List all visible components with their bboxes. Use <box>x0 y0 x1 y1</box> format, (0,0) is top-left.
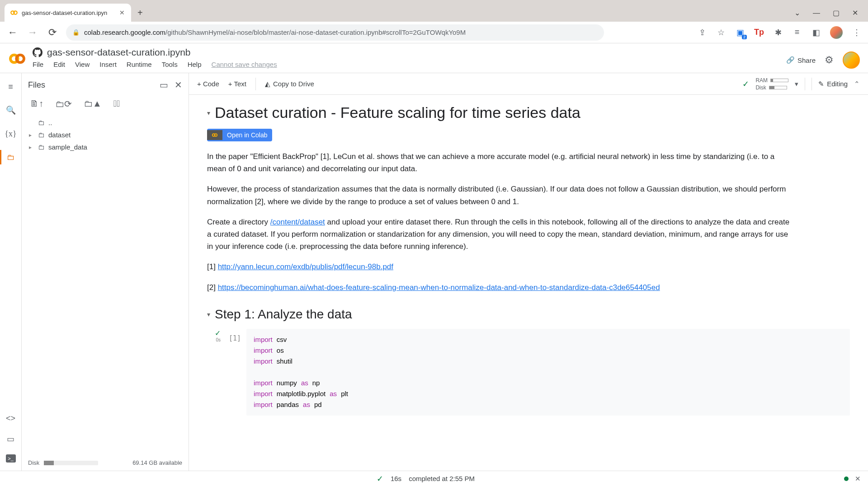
folder-icon: 🗀 <box>38 143 45 151</box>
side-panel-icon[interactable]: ◧ <box>811 28 821 37</box>
browser-tab[interactable]: gas-sensor-dataset-curation.ipyn ✕ <box>5 4 131 22</box>
collapse-header-icon[interactable]: ⌃ <box>854 80 860 88</box>
extensions-icon[interactable]: ✱ <box>773 28 783 37</box>
profile-avatar[interactable] <box>830 26 843 39</box>
chevron-right-icon: ▸ <box>29 144 34 150</box>
menu-tools[interactable]: Tools <box>162 61 178 68</box>
heading-1: Dataset curation - Feature scaling for t… <box>215 104 580 122</box>
editing-mode-button[interactable]: ✎ Editing <box>811 78 848 90</box>
resource-meter[interactable]: RAM Disk <box>755 77 788 91</box>
user-avatar[interactable] <box>843 51 860 69</box>
paragraph: However, the process of standarization a… <box>207 183 790 207</box>
svg-point-3 <box>16 55 24 63</box>
browser-tabstrip: gas-sensor-dataset-curation.ipyn ✕ + ⌄ —… <box>0 0 868 22</box>
collapse-section-icon[interactable]: ▾ <box>207 109 210 117</box>
collapse-section-icon[interactable]: ▾ <box>207 311 210 318</box>
tree-item-dataset[interactable]: ▸ 🗀 dataset <box>27 129 183 141</box>
colab-logo[interactable] <box>8 50 26 68</box>
files-panel: Files ▭ ✕ 🗎↑ 🗀⟳ 🗀▲ 👁̸ 🗀 .. ▸ 🗀 dataset <box>22 73 189 471</box>
status-close-icon[interactable]: ✕ <box>855 475 861 483</box>
url-field[interactable]: 🔒 colab.research.google.com/github/Shawn… <box>66 24 604 41</box>
tp-extension-icon[interactable]: Tp <box>754 28 764 37</box>
status-check-icon: ✓ <box>377 474 383 484</box>
connected-check-icon: ✓ <box>742 79 749 89</box>
copy-to-drive-button[interactable]: ◭ Copy to Drive <box>265 80 314 88</box>
disk-usage-bar <box>44 461 98 465</box>
menu-help[interactable]: Help <box>188 61 202 68</box>
share-button[interactable]: 🔗 Share <box>786 56 816 64</box>
heading-2: Step 1: Analyze the data <box>215 307 352 322</box>
mount-drive-icon[interactable]: 🗀▲ <box>84 98 102 109</box>
files-icon[interactable]: 🗀 <box>5 152 16 163</box>
notebook-scroll[interactable]: ▾ Dataset curation - Feature scaling for… <box>189 95 868 471</box>
command-palette-icon[interactable]: ▭ <box>5 434 16 444</box>
files-title: Files <box>28 80 45 90</box>
drive-icon: ◭ <box>265 80 270 88</box>
reading-list-icon[interactable]: ≡ <box>792 28 802 37</box>
notebook-toolbar: + Code + Text ◭ Copy to Drive ✓ RAM Disk… <box>189 73 868 95</box>
resource-dropdown-icon[interactable]: ▾ <box>795 80 798 88</box>
file-tree: 🗀 .. ▸ 🗀 dataset ▸ 🗀 sample_data <box>22 114 189 156</box>
menu-file[interactable]: File <box>33 61 43 68</box>
refresh-files-icon[interactable]: 🗀⟳ <box>55 98 72 109</box>
menu-runtime[interactable]: Runtime <box>127 61 152 68</box>
status-bar: ✓ 16s completed at 2:55 PM ✕ <box>0 471 868 486</box>
svg-point-5 <box>214 134 217 136</box>
extension-badge-icon[interactable]: ▣2 <box>735 28 745 37</box>
code-editor[interactable]: import csv import os import shutil impor… <box>246 329 850 416</box>
pencil-icon: ✎ <box>818 80 824 88</box>
close-window-icon[interactable]: ✕ <box>852 9 858 17</box>
forward-button[interactable]: → <box>26 27 39 38</box>
tree-parent[interactable]: 🗀 .. <box>27 117 183 129</box>
browser-menu-icon[interactable]: ⋮ <box>852 28 862 37</box>
share-page-icon[interactable]: ⇪ <box>697 28 707 37</box>
reference-link-1[interactable]: http://yann.lecun.com/exdb/publis/pdf/le… <box>218 262 393 271</box>
url-host: colab.research.google.com <box>84 28 165 36</box>
add-text-button[interactable]: + Text <box>228 80 246 88</box>
reference-link-2[interactable]: https://becominghuman.ai/what-does-featu… <box>218 283 660 292</box>
paragraph: Create a directory /content/dataset and … <box>207 216 790 253</box>
disk-available: 69.14 GB available <box>132 459 182 466</box>
text-cell[interactable]: ▾ Dataset curation - Feature scaling for… <box>198 104 850 322</box>
terminal-icon[interactable]: >_ <box>6 454 16 463</box>
settings-gear-icon[interactable]: ⚙ <box>825 54 834 66</box>
toggle-hidden-icon[interactable]: 👁̸ <box>113 98 120 109</box>
chevron-right-icon: ▸ <box>29 132 34 138</box>
menu-insert[interactable]: Insert <box>99 61 117 68</box>
back-button[interactable]: ← <box>6 27 19 38</box>
lock-icon: 🔒 <box>72 29 80 36</box>
maximize-icon[interactable]: ▢ <box>833 9 840 17</box>
reload-button[interactable]: ⟳ <box>46 27 59 38</box>
search-icon[interactable]: 🔍 <box>5 105 16 116</box>
menu-edit[interactable]: Edit <box>53 61 65 68</box>
reference-1: [1] http://yann.lecun.com/exdb/publis/pd… <box>207 261 790 273</box>
star-icon[interactable]: ☆ <box>716 28 726 37</box>
files-footer: Disk 69.14 GB available <box>22 455 189 471</box>
code-cell[interactable]: ✓ 0s [1] import csv import os import shu… <box>198 329 850 416</box>
add-code-button[interactable]: + Code <box>197 80 219 88</box>
close-panel-icon[interactable]: ✕ <box>175 79 182 90</box>
open-in-colab-badge[interactable]: Open in Colab <box>207 129 272 141</box>
window-controls: ⌄ — ▢ ✕ <box>794 9 863 22</box>
variables-icon[interactable]: {x} <box>5 128 16 139</box>
menu-view[interactable]: View <box>75 61 90 68</box>
tab-close-icon[interactable]: ✕ <box>118 8 126 17</box>
colab-badge-icon <box>207 130 222 140</box>
toc-icon[interactable]: ≡ <box>5 81 16 92</box>
minimize-icon[interactable]: — <box>813 9 820 17</box>
chevron-down-icon[interactable]: ⌄ <box>794 9 800 17</box>
status-message: completed at 2:55 PM <box>409 475 475 482</box>
content-dataset-link[interactable]: /content/dataset <box>270 218 325 226</box>
tree-item-sample-data[interactable]: ▸ 🗀 sample_data <box>27 141 183 153</box>
upload-file-icon[interactable]: 🗎↑ <box>30 98 43 109</box>
notebook-title[interactable]: gas-sensor-dataset-curation.ipynb <box>47 47 191 58</box>
svg-point-1 <box>14 11 17 14</box>
kernel-status-dot <box>844 477 849 481</box>
code-snippets-icon[interactable]: <> <box>5 413 16 424</box>
folder-icon: 🗀 <box>38 131 45 139</box>
menu-bar: File Edit View Insert Runtime Tools Help… <box>33 58 780 73</box>
notebook-content: + Code + Text ◭ Copy to Drive ✓ RAM Disk… <box>189 73 868 471</box>
panel-picture-in-picture-icon[interactable]: ▭ <box>160 79 168 90</box>
new-tab-button[interactable]: + <box>131 8 149 18</box>
files-toolbar: 🗎↑ 🗀⟳ 🗀▲ 👁̸ <box>22 94 189 114</box>
